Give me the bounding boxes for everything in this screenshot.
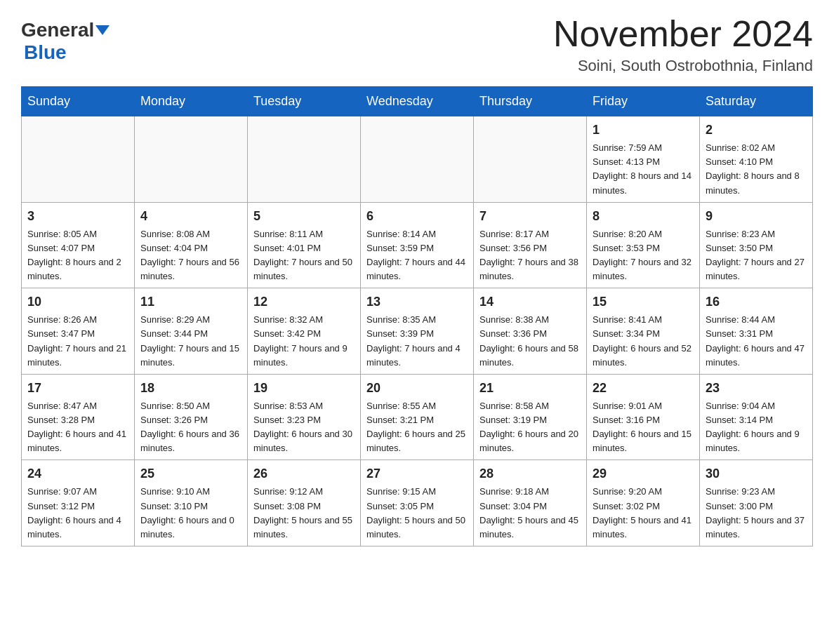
calendar-cell: 17Sunrise: 8:47 AM Sunset: 3:28 PM Dayli… <box>22 374 135 460</box>
day-info: Sunrise: 9:23 AM Sunset: 3:00 PM Dayligh… <box>706 485 807 542</box>
calendar-table: SundayMondayTuesdayWednesdayThursdayFrid… <box>21 86 813 546</box>
calendar-cell: 19Sunrise: 8:53 AM Sunset: 3:23 PM Dayli… <box>248 374 361 460</box>
calendar-cell: 2Sunrise: 8:02 AM Sunset: 4:10 PM Daylig… <box>700 116 813 203</box>
calendar-cell: 16Sunrise: 8:44 AM Sunset: 3:31 PM Dayli… <box>700 288 813 375</box>
day-info: Sunrise: 9:01 AM Sunset: 3:16 PM Dayligh… <box>593 399 694 456</box>
calendar-cell <box>135 116 248 203</box>
day-info: Sunrise: 8:26 AM Sunset: 3:47 PM Dayligh… <box>27 313 128 370</box>
calendar-week-row: 3Sunrise: 8:05 AM Sunset: 4:07 PM Daylig… <box>22 202 813 288</box>
day-number: 1 <box>593 121 694 140</box>
day-number: 10 <box>27 293 128 311</box>
calendar-cell: 24Sunrise: 9:07 AM Sunset: 3:12 PM Dayli… <box>22 460 135 546</box>
calendar-cell: 27Sunrise: 9:15 AM Sunset: 3:05 PM Dayli… <box>361 460 474 546</box>
day-info: Sunrise: 9:18 AM Sunset: 3:04 PM Dayligh… <box>479 485 581 542</box>
location-title: Soini, South Ostrobothnia, Finland <box>553 57 813 75</box>
day-number: 13 <box>366 293 468 311</box>
logo-triangle-icon <box>95 25 110 35</box>
calendar-week-row: 1Sunrise: 7:59 AM Sunset: 4:13 PM Daylig… <box>22 116 813 203</box>
day-info: Sunrise: 9:15 AM Sunset: 3:05 PM Dayligh… <box>366 485 468 542</box>
calendar-cell: 8Sunrise: 8:20 AM Sunset: 3:53 PM Daylig… <box>587 202 700 288</box>
calendar-cell: 11Sunrise: 8:29 AM Sunset: 3:44 PM Dayli… <box>135 288 248 375</box>
day-number: 19 <box>253 379 355 398</box>
day-number: 5 <box>253 207 355 226</box>
day-number: 21 <box>479 379 581 398</box>
day-info: Sunrise: 8:23 AM Sunset: 3:50 PM Dayligh… <box>706 227 807 284</box>
day-number: 8 <box>593 207 694 226</box>
logo: General Blue <box>21 20 110 64</box>
day-info: Sunrise: 8:11 AM Sunset: 4:01 PM Dayligh… <box>253 227 355 284</box>
day-info: Sunrise: 8:17 AM Sunset: 3:56 PM Dayligh… <box>479 227 581 284</box>
calendar-cell: 14Sunrise: 8:38 AM Sunset: 3:36 PM Dayli… <box>474 288 587 375</box>
day-info: Sunrise: 8:02 AM Sunset: 4:10 PM Dayligh… <box>706 141 807 198</box>
calendar-cell: 20Sunrise: 8:55 AM Sunset: 3:21 PM Dayli… <box>361 374 474 460</box>
calendar-cell: 18Sunrise: 8:50 AM Sunset: 3:26 PM Dayli… <box>135 374 248 460</box>
day-info: Sunrise: 8:50 AM Sunset: 3:26 PM Dayligh… <box>140 399 241 456</box>
day-number: 27 <box>366 464 468 483</box>
logo-text-general: General <box>21 20 94 41</box>
day-info: Sunrise: 8:38 AM Sunset: 3:36 PM Dayligh… <box>479 313 581 370</box>
col-header-thursday: Thursday <box>474 87 587 116</box>
day-number: 17 <box>27 379 128 398</box>
logo-text-blue: Blue <box>24 41 67 64</box>
calendar-cell: 10Sunrise: 8:26 AM Sunset: 3:47 PM Dayli… <box>22 288 135 375</box>
day-info: Sunrise: 8:14 AM Sunset: 3:59 PM Dayligh… <box>366 227 468 284</box>
day-info: Sunrise: 8:41 AM Sunset: 3:34 PM Dayligh… <box>593 313 694 370</box>
calendar-week-row: 17Sunrise: 8:47 AM Sunset: 3:28 PM Dayli… <box>22 374 813 460</box>
day-number: 29 <box>593 464 694 483</box>
title-area: November 2024 Soini, South Ostrobothnia,… <box>553 14 813 75</box>
day-number: 16 <box>706 293 807 311</box>
calendar-cell: 6Sunrise: 8:14 AM Sunset: 3:59 PM Daylig… <box>361 202 474 288</box>
day-number: 9 <box>706 207 807 226</box>
header: General Blue November 2024 Soini, South … <box>21 14 813 75</box>
calendar-cell: 9Sunrise: 8:23 AM Sunset: 3:50 PM Daylig… <box>700 202 813 288</box>
day-info: Sunrise: 9:04 AM Sunset: 3:14 PM Dayligh… <box>706 399 807 456</box>
day-number: 7 <box>479 207 581 226</box>
calendar-cell: 21Sunrise: 8:58 AM Sunset: 3:19 PM Dayli… <box>474 374 587 460</box>
col-header-tuesday: Tuesday <box>248 87 361 116</box>
day-number: 2 <box>706 121 807 140</box>
day-number: 6 <box>366 207 468 226</box>
month-title: November 2024 <box>553 14 813 54</box>
calendar-cell: 4Sunrise: 8:08 AM Sunset: 4:04 PM Daylig… <box>135 202 248 288</box>
calendar-cell: 7Sunrise: 8:17 AM Sunset: 3:56 PM Daylig… <box>474 202 587 288</box>
calendar-cell: 3Sunrise: 8:05 AM Sunset: 4:07 PM Daylig… <box>22 202 135 288</box>
day-number: 24 <box>27 464 128 483</box>
day-info: Sunrise: 8:08 AM Sunset: 4:04 PM Dayligh… <box>140 227 241 284</box>
day-info: Sunrise: 8:55 AM Sunset: 3:21 PM Dayligh… <box>366 399 468 456</box>
day-number: 15 <box>593 293 694 311</box>
day-number: 11 <box>140 293 241 311</box>
day-info: Sunrise: 8:20 AM Sunset: 3:53 PM Dayligh… <box>593 227 694 284</box>
day-number: 28 <box>479 464 581 483</box>
day-number: 12 <box>253 293 355 311</box>
day-info: Sunrise: 8:44 AM Sunset: 3:31 PM Dayligh… <box>706 313 807 370</box>
day-number: 22 <box>593 379 694 398</box>
calendar-cell <box>248 116 361 203</box>
day-number: 18 <box>140 379 241 398</box>
day-number: 26 <box>253 464 355 483</box>
calendar-week-row: 24Sunrise: 9:07 AM Sunset: 3:12 PM Dayli… <box>22 460 813 546</box>
calendar-cell: 12Sunrise: 8:32 AM Sunset: 3:42 PM Dayli… <box>248 288 361 375</box>
day-info: Sunrise: 8:58 AM Sunset: 3:19 PM Dayligh… <box>479 399 581 456</box>
calendar-cell: 28Sunrise: 9:18 AM Sunset: 3:04 PM Dayli… <box>474 460 587 546</box>
day-number: 25 <box>140 464 241 483</box>
col-header-monday: Monday <box>135 87 248 116</box>
day-number: 3 <box>27 207 128 226</box>
calendar-cell <box>22 116 135 203</box>
calendar-cell: 22Sunrise: 9:01 AM Sunset: 3:16 PM Dayli… <box>587 374 700 460</box>
calendar-cell: 1Sunrise: 7:59 AM Sunset: 4:13 PM Daylig… <box>587 116 700 203</box>
day-number: 4 <box>140 207 241 226</box>
col-header-wednesday: Wednesday <box>361 87 474 116</box>
calendar-cell: 23Sunrise: 9:04 AM Sunset: 3:14 PM Dayli… <box>700 374 813 460</box>
calendar-week-row: 10Sunrise: 8:26 AM Sunset: 3:47 PM Dayli… <box>22 288 813 375</box>
col-header-saturday: Saturday <box>700 87 813 116</box>
day-info: Sunrise: 8:47 AM Sunset: 3:28 PM Dayligh… <box>27 399 128 456</box>
calendar-header-row: SundayMondayTuesdayWednesdayThursdayFrid… <box>22 87 813 116</box>
calendar-cell <box>361 116 474 203</box>
day-info: Sunrise: 8:29 AM Sunset: 3:44 PM Dayligh… <box>140 313 241 370</box>
day-info: Sunrise: 9:20 AM Sunset: 3:02 PM Dayligh… <box>593 485 694 542</box>
col-header-sunday: Sunday <box>22 87 135 116</box>
day-info: Sunrise: 8:53 AM Sunset: 3:23 PM Dayligh… <box>253 399 355 456</box>
day-info: Sunrise: 7:59 AM Sunset: 4:13 PM Dayligh… <box>593 141 694 198</box>
calendar-cell: 5Sunrise: 8:11 AM Sunset: 4:01 PM Daylig… <box>248 202 361 288</box>
calendar-cell: 15Sunrise: 8:41 AM Sunset: 3:34 PM Dayli… <box>587 288 700 375</box>
